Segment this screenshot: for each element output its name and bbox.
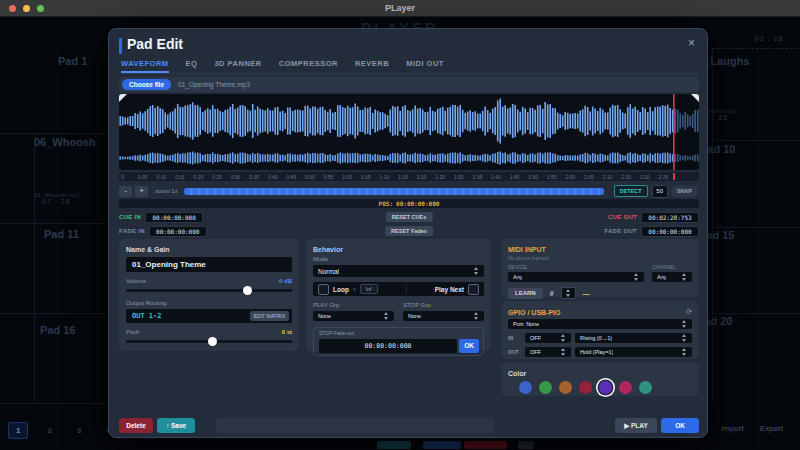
play-button[interactable]: ▶ PLAY: [615, 418, 657, 433]
timeline-tick: 0: [121, 174, 124, 180]
dropdown-arrows-icon: [560, 334, 567, 342]
delete-button[interactable]: Delete: [119, 418, 153, 433]
tab-midi-out[interactable]: MIDI OUT: [406, 59, 444, 73]
zoom-in-button[interactable]: +: [135, 186, 148, 197]
pad-name-input[interactable]: [126, 257, 292, 272]
color-title: Color: [508, 370, 692, 377]
device-dropdown[interactable]: Any: [508, 272, 644, 282]
timeline-tick: 1:05: [361, 174, 371, 180]
detect-threshold-input[interactable]: [652, 185, 668, 198]
loop-label: Loop: [333, 286, 349, 293]
tab-3d-panner[interactable]: 3D PANNER: [214, 59, 261, 73]
choose-file-button[interactable]: Choose file: [122, 79, 171, 90]
learned-note-value: —: [583, 290, 590, 297]
timeline-tick: 0:05: [138, 174, 148, 180]
color-swatch[interactable]: [619, 381, 632, 394]
footer-field: [216, 418, 494, 433]
save-button[interactable]: ↑ Save: [157, 418, 195, 433]
loop-divider: |: [405, 285, 407, 294]
note-stepper[interactable]: [561, 287, 576, 299]
play-grp-dropdown[interactable]: None: [313, 311, 394, 321]
export-button[interactable]: Export: [760, 424, 783, 433]
play-grp-value: None: [318, 313, 331, 319]
tab-eq[interactable]: EQ: [186, 59, 198, 73]
edit-matrix-button[interactable]: EDIT MATRIX: [250, 311, 289, 321]
gpio-in-edge-dropdown[interactable]: Rising (0→1): [575, 333, 692, 343]
volume-slider[interactable]: [126, 289, 292, 292]
import-button[interactable]: Import: [721, 424, 744, 433]
stop-grp-dropdown[interactable]: None: [403, 311, 484, 321]
color-swatch[interactable]: [579, 381, 592, 394]
cue-in-input[interactable]: [145, 212, 203, 223]
stop-fade-ok-button[interactable]: OK: [459, 339, 479, 353]
zoom-out-button[interactable]: -: [119, 186, 132, 197]
volume-label: Volume: [126, 278, 146, 284]
page-tab-3[interactable]: 3: [71, 422, 87, 439]
refresh-ports-icon[interactable]: ⟳: [686, 308, 692, 316]
play-next-checkbox[interactable]: [468, 284, 479, 295]
fade-out-label: FADE OUT: [604, 228, 637, 234]
fade-out-input[interactable]: [641, 226, 699, 237]
volume-slider-thumb[interactable]: [243, 286, 252, 295]
detect-button[interactable]: DETECT: [614, 185, 648, 197]
learn-button[interactable]: LEARN: [508, 288, 543, 299]
loop-row: Loop x | Play Next: [313, 282, 484, 296]
tab-compressor[interactable]: COMPRESSOR: [279, 59, 338, 73]
timeline-tick: 0:15: [175, 174, 185, 180]
color-swatch[interactable]: [539, 381, 552, 394]
timeline-tick: 1:25: [435, 174, 445, 180]
reset-cues-button[interactable]: RESET CUEs: [386, 212, 433, 222]
close-icon[interactable]: ×: [688, 36, 695, 50]
pad-06_whoosh[interactable]: 06_Whoosh06_Whoosh.mp302 : 28: [34, 136, 96, 205]
pad-pad-11[interactable]: Pad 11: [44, 228, 79, 240]
loop-count-input[interactable]: [360, 284, 378, 294]
stop-grp-value: None: [408, 313, 421, 319]
mode-dropdown[interactable]: Normal: [313, 265, 484, 277]
gpio-in-mode-dropdown[interactable]: OFF: [525, 333, 571, 343]
stop-fade-out-label: STOP Fade-out: [319, 330, 354, 336]
timeline-tick: 1:55: [547, 174, 557, 180]
snap-button[interactable]: SNAP: [672, 186, 697, 197]
pad-grid-line: [712, 48, 713, 403]
dropdown-arrows-icon: [633, 273, 640, 281]
reset-fades-button[interactable]: RESET Fades: [385, 226, 433, 236]
page-tab-bar: 1234: [8, 422, 117, 439]
pad-grid-line: [712, 313, 800, 314]
title-accent-bar: [119, 38, 122, 54]
tab-waveform[interactable]: WAVEFORM: [121, 59, 169, 73]
tab-reverb[interactable]: REVERB: [355, 59, 389, 73]
gpio-out-mode-value: OFF: [530, 349, 541, 355]
color-swatch[interactable]: [559, 381, 572, 394]
pitch-slider[interactable]: [126, 340, 292, 343]
timeline-ruler[interactable]: 00:050:100:150:200:250:300:350:400:450:5…: [119, 172, 699, 181]
waveform-display[interactable]: [119, 94, 699, 170]
play-grp-label: PLAY Grp: [313, 302, 394, 308]
gpio-port-dropdown[interactable]: Port: None: [508, 319, 692, 329]
file-row: Choose file 01_Opening Theme.mp3: [119, 77, 699, 92]
pitch-slider-thumb[interactable]: [208, 337, 217, 346]
pad-pad-1[interactable]: Pad 1: [58, 55, 87, 67]
position-value: 00:00:00:000: [396, 200, 439, 207]
pad-pad-16[interactable]: Pad 16: [40, 324, 75, 336]
loop-checkbox[interactable]: [318, 284, 329, 295]
timeline-tick: 1:20: [417, 174, 427, 180]
zoom-level-label: zoom 1x: [155, 188, 178, 194]
gpio-out-mode-dropdown[interactable]: OFF: [525, 347, 571, 357]
gpio-out-edge-dropdown[interactable]: Hold (Play=1): [575, 347, 692, 357]
color-swatch[interactable]: [599, 381, 612, 394]
cue-row: CUE IN RESET CUEs CUE OUT: [119, 211, 699, 223]
stop-fade-out-input[interactable]: [319, 339, 457, 353]
timeline-tick: 1:50: [528, 174, 538, 180]
stop-fade-out-box: STOP Fade-out OK: [313, 327, 484, 356]
ok-button[interactable]: OK: [661, 418, 699, 433]
channel-dropdown[interactable]: Any: [652, 272, 692, 282]
page-tab-2[interactable]: 2: [41, 422, 57, 439]
midi-status: No device learned: [508, 255, 692, 261]
page-tab-1[interactable]: 1: [8, 422, 28, 439]
cue-out-input[interactable]: [641, 212, 699, 223]
position-row: POS: 00:00:00:000: [119, 199, 699, 208]
color-swatch[interactable]: [519, 381, 532, 394]
fade-in-input[interactable]: [149, 226, 207, 237]
zoom-slider[interactable]: [184, 188, 604, 195]
color-swatch[interactable]: [639, 381, 652, 394]
